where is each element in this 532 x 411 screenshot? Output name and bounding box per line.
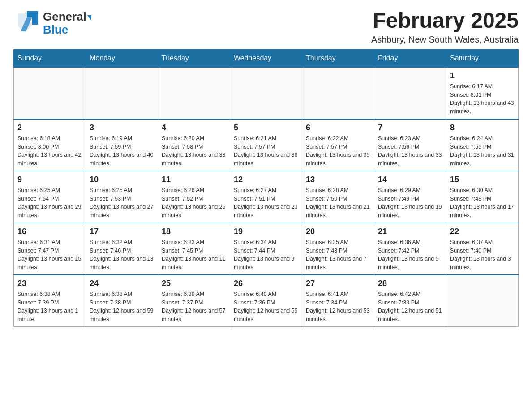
day-header-wednesday: Wednesday (230, 49, 302, 67)
calendar-cell: 19Sunrise: 6:34 AM Sunset: 7:44 PM Dayli… (230, 223, 302, 275)
day-number: 7 (378, 123, 442, 133)
calendar-cell (230, 67, 302, 119)
calendar-cell: 5Sunrise: 6:21 AM Sunset: 7:57 PM Daylig… (230, 119, 302, 171)
day-info: Sunrise: 6:21 AM Sunset: 7:57 PM Dayligh… (234, 134, 298, 168)
day-info: Sunrise: 6:32 AM Sunset: 7:46 PM Dayligh… (90, 238, 154, 272)
calendar-cell: 18Sunrise: 6:33 AM Sunset: 7:45 PM Dayli… (158, 223, 230, 275)
day-number: 3 (90, 123, 154, 133)
day-number: 19 (234, 227, 298, 236)
calendar-cell: 6Sunrise: 6:22 AM Sunset: 7:57 PM Daylig… (302, 119, 374, 171)
day-info: Sunrise: 6:41 AM Sunset: 7:34 PM Dayligh… (306, 290, 370, 324)
day-number: 11 (162, 175, 226, 184)
day-info: Sunrise: 6:27 AM Sunset: 7:51 PM Dayligh… (234, 186, 298, 220)
calendar-cell: 25Sunrise: 6:39 AM Sunset: 7:37 PM Dayli… (158, 275, 230, 327)
day-number: 13 (306, 175, 370, 184)
day-info: Sunrise: 6:30 AM Sunset: 7:48 PM Dayligh… (450, 186, 515, 220)
calendar-cell: 1Sunrise: 6:17 AM Sunset: 8:01 PM Daylig… (446, 67, 519, 119)
day-info: Sunrise: 6:33 AM Sunset: 7:45 PM Dayligh… (162, 238, 226, 272)
calendar-cell: 23Sunrise: 6:38 AM Sunset: 7:39 PM Dayli… (14, 275, 86, 327)
calendar-week-1: 1Sunrise: 6:17 AM Sunset: 8:01 PM Daylig… (14, 67, 519, 119)
day-info: Sunrise: 6:28 AM Sunset: 7:50 PM Dayligh… (306, 186, 370, 220)
day-number: 8 (450, 123, 515, 133)
calendar-week-2: 2Sunrise: 6:18 AM Sunset: 8:00 PM Daylig… (14, 119, 519, 171)
day-number: 14 (378, 175, 442, 184)
day-number: 16 (17, 227, 82, 236)
day-info: Sunrise: 6:17 AM Sunset: 8:01 PM Dayligh… (450, 82, 515, 116)
month-title: February 2025 (371, 9, 519, 33)
day-number: 20 (306, 227, 370, 236)
calendar-cell: 15Sunrise: 6:30 AM Sunset: 7:48 PM Dayli… (446, 171, 519, 223)
calendar-cell (374, 67, 446, 119)
location: Ashbury, New South Wales, Australia (371, 34, 519, 45)
calendar-cell: 7Sunrise: 6:23 AM Sunset: 7:56 PM Daylig… (374, 119, 446, 171)
day-header-tuesday: Tuesday (158, 49, 230, 67)
day-info: Sunrise: 6:18 AM Sunset: 8:00 PM Dayligh… (17, 134, 82, 168)
day-number: 24 (90, 279, 154, 288)
calendar-cell: 4Sunrise: 6:20 AM Sunset: 7:58 PM Daylig… (158, 119, 230, 171)
day-number: 2 (17, 123, 82, 133)
calendar-cell (158, 67, 230, 119)
day-number: 1 (450, 71, 515, 81)
day-info: Sunrise: 6:31 AM Sunset: 7:47 PM Dayligh… (17, 238, 82, 272)
day-header-sunday: Sunday (14, 49, 86, 67)
day-info: Sunrise: 6:37 AM Sunset: 7:40 PM Dayligh… (450, 238, 515, 272)
logo-text-block: General Blue (43, 10, 91, 36)
day-number: 26 (234, 279, 298, 288)
calendar-cell: 12Sunrise: 6:27 AM Sunset: 7:51 PM Dayli… (230, 171, 302, 223)
day-info: Sunrise: 6:19 AM Sunset: 7:59 PM Dayligh… (90, 134, 154, 168)
day-info: Sunrise: 6:25 AM Sunset: 7:53 PM Dayligh… (90, 186, 154, 220)
day-info: Sunrise: 6:38 AM Sunset: 7:39 PM Dayligh… (17, 290, 82, 324)
calendar-cell: 13Sunrise: 6:28 AM Sunset: 7:50 PM Dayli… (302, 171, 374, 223)
calendar-cell: 26Sunrise: 6:40 AM Sunset: 7:36 PM Dayli… (230, 275, 302, 327)
calendar-cell: 24Sunrise: 6:38 AM Sunset: 7:38 PM Dayli… (86, 275, 158, 327)
day-info: Sunrise: 6:24 AM Sunset: 7:55 PM Dayligh… (450, 134, 515, 168)
day-info: Sunrise: 6:22 AM Sunset: 7:57 PM Dayligh… (306, 134, 370, 168)
day-number: 18 (162, 227, 226, 236)
day-info: Sunrise: 6:26 AM Sunset: 7:52 PM Dayligh… (162, 186, 226, 220)
calendar-cell: 3Sunrise: 6:19 AM Sunset: 7:59 PM Daylig… (86, 119, 158, 171)
logo-blue: Blue (43, 23, 91, 36)
day-info: Sunrise: 6:38 AM Sunset: 7:38 PM Dayligh… (90, 290, 154, 324)
day-number: 5 (234, 123, 298, 133)
day-info: Sunrise: 6:42 AM Sunset: 7:33 PM Dayligh… (378, 290, 442, 324)
calendar-cell: 9Sunrise: 6:25 AM Sunset: 7:54 PM Daylig… (14, 171, 86, 223)
day-header-saturday: Saturday (446, 49, 519, 67)
calendar-cell: 14Sunrise: 6:29 AM Sunset: 7:49 PM Dayli… (374, 171, 446, 223)
day-info: Sunrise: 6:36 AM Sunset: 7:42 PM Dayligh… (378, 238, 442, 272)
calendar-header-row: SundayMondayTuesdayWednesdayThursdayFrid… (14, 49, 519, 67)
calendar-cell: 27Sunrise: 6:41 AM Sunset: 7:34 PM Dayli… (302, 275, 374, 327)
calendar-cell: 8Sunrise: 6:24 AM Sunset: 7:55 PM Daylig… (446, 119, 519, 171)
day-header-thursday: Thursday (302, 49, 374, 67)
calendar-cell: 20Sunrise: 6:35 AM Sunset: 7:43 PM Dayli… (302, 223, 374, 275)
logo-general: General (43, 10, 91, 23)
day-number: 28 (378, 279, 442, 288)
calendar-cell: 11Sunrise: 6:26 AM Sunset: 7:52 PM Dayli… (158, 171, 230, 223)
calendar-cell: 10Sunrise: 6:25 AM Sunset: 7:53 PM Dayli… (86, 171, 158, 223)
calendar-cell: 28Sunrise: 6:42 AM Sunset: 7:33 PM Dayli… (374, 275, 446, 327)
day-number: 10 (90, 175, 154, 184)
logo-icon (13, 9, 40, 36)
day-number: 6 (306, 123, 370, 133)
calendar-week-3: 9Sunrise: 6:25 AM Sunset: 7:54 PM Daylig… (14, 171, 519, 223)
day-info: Sunrise: 6:39 AM Sunset: 7:37 PM Dayligh… (162, 290, 226, 324)
calendar-cell: 17Sunrise: 6:32 AM Sunset: 7:46 PM Dayli… (86, 223, 158, 275)
calendar-cell (14, 67, 86, 119)
day-number: 12 (234, 175, 298, 184)
day-number: 22 (450, 227, 515, 236)
day-info: Sunrise: 6:25 AM Sunset: 7:54 PM Dayligh… (17, 186, 82, 220)
calendar-cell: 21Sunrise: 6:36 AM Sunset: 7:42 PM Dayli… (374, 223, 446, 275)
day-header-monday: Monday (86, 49, 158, 67)
logo: General Blue (13, 9, 91, 38)
day-number: 4 (162, 123, 226, 133)
day-info: Sunrise: 6:23 AM Sunset: 7:56 PM Dayligh… (378, 134, 442, 168)
calendar-cell (446, 275, 519, 327)
calendar-week-5: 23Sunrise: 6:38 AM Sunset: 7:39 PM Dayli… (14, 275, 519, 327)
calendar-cell: 2Sunrise: 6:18 AM Sunset: 8:00 PM Daylig… (14, 119, 86, 171)
day-info: Sunrise: 6:34 AM Sunset: 7:44 PM Dayligh… (234, 238, 298, 272)
calendar-table: SundayMondayTuesdayWednesdayThursdayFrid… (13, 49, 519, 327)
title-area: February 2025 Ashbury, New South Wales, … (371, 9, 519, 45)
day-info: Sunrise: 6:35 AM Sunset: 7:43 PM Dayligh… (306, 238, 370, 272)
day-info: Sunrise: 6:29 AM Sunset: 7:49 PM Dayligh… (378, 186, 442, 220)
calendar-cell: 22Sunrise: 6:37 AM Sunset: 7:40 PM Dayli… (446, 223, 519, 275)
day-number: 21 (378, 227, 442, 236)
